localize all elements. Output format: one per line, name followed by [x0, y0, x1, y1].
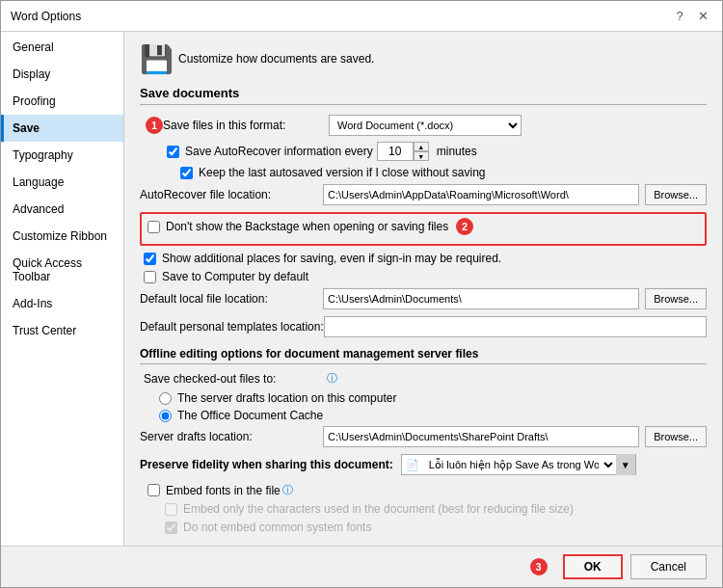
word-options-dialog: Word Options ? ✕ General Display Proofin…	[0, 0, 723, 588]
sidebar-item-display[interactable]: Display	[1, 61, 123, 88]
show-additional-label: Show additional places for saving, even …	[162, 252, 501, 265]
embed-only-label: Embed only the characters used in the do…	[183, 502, 574, 516]
browse-button-2[interactable]: Browse...	[645, 288, 707, 309]
intro-row: 💾 Customize how documents are saved.	[140, 43, 707, 74]
intro-text: Customize how documents are saved.	[178, 52, 374, 66]
save-icon: 💾	[140, 43, 171, 74]
sidebar-item-quick-access[interactable]: Quick Access Toolbar	[1, 250, 123, 290]
spinner-down-btn[interactable]: ▼	[414, 151, 429, 161]
spinner-up-btn[interactable]: ▲	[414, 142, 429, 151]
default-local-input[interactable]	[323, 288, 639, 309]
sidebar-item-addins[interactable]: Add-Ins	[1, 290, 123, 317]
badge-3: 3	[530, 558, 548, 575]
browse-button-1[interactable]: Browse...	[645, 184, 707, 205]
fidelity-select[interactable]: Lỗi luôn hiện hộp Save As trong Word....	[423, 455, 616, 474]
spinner-buttons: ▲ ▼	[414, 142, 429, 161]
default-templates-label: Default personal templates location:	[140, 320, 324, 334]
save-to-computer-checkbox[interactable]	[144, 271, 156, 283]
save-format-select[interactable]: Word Document (*.docx)	[329, 115, 522, 136]
default-templates-input[interactable]	[324, 316, 707, 337]
ok-button[interactable]: OK	[563, 554, 623, 579]
sidebar-item-proofing[interactable]: Proofing	[1, 88, 123, 115]
server-drafts-radio[interactable]	[159, 392, 172, 405]
autorecover-path-label: AutoRecover file location:	[140, 188, 323, 201]
embed-only-checkbox[interactable]	[165, 503, 177, 516]
keep-autosaved-row: Keep the last autosaved version if I clo…	[140, 166, 707, 179]
fidelity-dropdown-btn[interactable]: ▼	[616, 454, 635, 475]
show-additional-row: Show additional places for saving, even …	[140, 252, 707, 265]
embed-fonts-label: Embed fonts in the file	[166, 484, 281, 497]
title-bar: Word Options ? ✕	[1, 1, 722, 32]
autorecover-spinner: ▲ ▼	[377, 142, 429, 161]
dont-show-backstage-label: Don't show the Backstage when opening or…	[166, 220, 448, 233]
dont-show-backstage-row: Don't show the Backstage when opening or…	[147, 218, 699, 235]
autorecover-minutes-unit: minutes	[437, 145, 477, 158]
embed-section: Embed fonts in the file ⓘ Embed only the…	[140, 483, 707, 534]
embed-info-icon[interactable]: ⓘ	[282, 483, 293, 497]
server-drafts-label: The server drafts location on this compu…	[177, 391, 396, 405]
fidelity-doc-icon: 📄	[402, 459, 423, 471]
server-drafts-location-input[interactable]	[323, 426, 639, 447]
autorecover-minutes-input[interactable]	[377, 142, 414, 161]
sidebar-item-trust-center[interactable]: Trust Center	[1, 317, 123, 344]
do-not-embed-label: Do not embed common system fonts	[183, 521, 371, 534]
info-icon[interactable]: ⓘ	[327, 371, 337, 386]
keep-autosaved-checkbox[interactable]	[180, 167, 193, 179]
autorecover-checkbox[interactable]	[167, 146, 179, 158]
cancel-button[interactable]: Cancel	[630, 554, 707, 579]
sidebar-item-general[interactable]: General	[1, 34, 123, 61]
dialog-footer: 3 OK Cancel	[1, 546, 722, 587]
save-checkedout-label: Save checked-out files to:	[144, 372, 327, 386]
save-to-computer-label: Save to Computer by default	[162, 270, 308, 283]
keep-autosaved-label: Keep the last autosaved version if I clo…	[199, 166, 486, 179]
save-format-label: Save files in this format:	[163, 119, 329, 132]
save-documents-header: Save documents	[140, 86, 707, 105]
badge-1: 1	[146, 117, 163, 134]
save-checkedout-row: Save checked-out files to: ⓘ	[140, 371, 707, 386]
sidebar-item-typography[interactable]: Typography	[1, 142, 123, 169]
show-additional-checkbox[interactable]	[144, 253, 156, 265]
badge-2: 2	[456, 218, 473, 235]
office-cache-label: The Office Document Cache	[177, 409, 323, 422]
office-cache-radio[interactable]	[159, 410, 172, 422]
autorecover-path-row: AutoRecover file location: Browse...	[140, 184, 707, 205]
autorecover-row: Save AutoRecover information every ▲ ▼ m…	[140, 142, 707, 161]
sidebar-item-advanced[interactable]: Advanced	[1, 196, 123, 223]
offline-header: Offline editing options for document man…	[140, 347, 707, 364]
default-local-row: Default local file location: Browse...	[140, 288, 707, 309]
embed-fonts-checkbox[interactable]	[147, 484, 160, 496]
autorecover-path-input[interactable]	[323, 184, 639, 205]
close-button[interactable]: ✕	[693, 7, 712, 26]
fidelity-select-wrap: 📄 Lỗi luôn hiện hộp Save As trong Word..…	[401, 454, 636, 475]
do-not-embed-checkbox[interactable]	[165, 521, 177, 534]
dialog-body: General Display Proofing Save Typography…	[1, 32, 722, 546]
dialog-title: Word Options	[11, 10, 81, 23]
server-drafts-radio-row: The server drafts location on this compu…	[140, 391, 707, 405]
fidelity-label: Preserve fidelity when sharing this docu…	[140, 458, 393, 471]
browse-button-3[interactable]: Browse...	[645, 426, 707, 447]
help-button[interactable]: ?	[670, 7, 689, 26]
autorecover-label: Save AutoRecover information every	[185, 145, 373, 158]
office-cache-radio-row: The Office Document Cache	[140, 409, 707, 422]
embed-only-row: Embed only the characters used in the do…	[144, 502, 707, 516]
backstage-highlight: Don't show the Backstage when opening or…	[140, 212, 707, 246]
main-content: 💾 Customize how documents are saved. Sav…	[124, 32, 722, 546]
default-templates-row: Default personal templates location:	[140, 316, 707, 337]
dont-show-backstage-checkbox[interactable]	[147, 221, 160, 233]
title-bar-controls: ? ✕	[670, 7, 712, 26]
fidelity-row: Preserve fidelity when sharing this docu…	[140, 454, 707, 475]
sidebar-item-customize-ribbon[interactable]: Customize Ribbon	[1, 223, 123, 250]
save-format-row: 1 Save files in this format: Word Docume…	[140, 115, 707, 136]
sidebar-item-language[interactable]: Language	[1, 169, 123, 196]
sidebar-item-save[interactable]: Save	[1, 115, 123, 142]
server-drafts-location-row: Server drafts location: Browse...	[140, 426, 707, 447]
do-not-embed-row: Do not embed common system fonts	[144, 521, 707, 534]
default-local-label: Default local file location:	[140, 292, 323, 306]
server-drafts-location-label: Server drafts location:	[140, 430, 323, 443]
sidebar: General Display Proofing Save Typography…	[1, 32, 124, 546]
embed-fonts-row: Embed fonts in the file ⓘ	[144, 483, 707, 497]
save-to-computer-row: Save to Computer by default	[140, 270, 707, 283]
